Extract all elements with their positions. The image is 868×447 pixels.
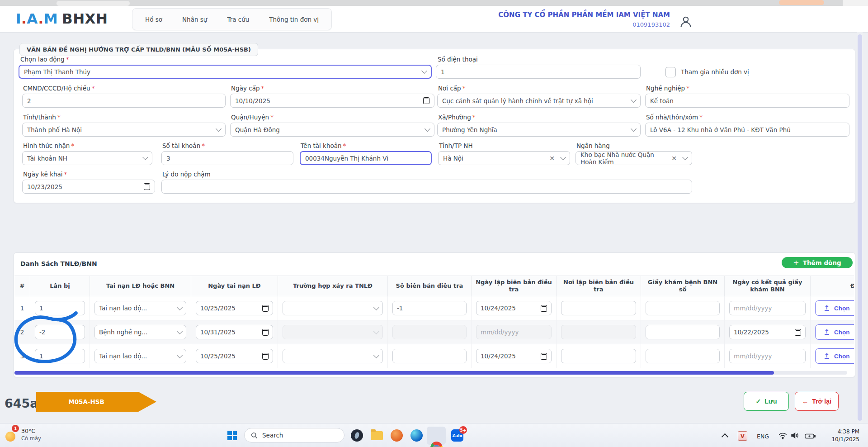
giay-kham-input[interactable] <box>650 352 715 360</box>
so-bien-ban-input[interactable] <box>397 304 462 312</box>
ngay-tai-nan-date[interactable]: 10/25/2025 <box>196 349 273 363</box>
lan-bi-input[interactable] <box>39 304 80 312</box>
ngay-ket-qua-date[interactable]: mm/dd/yyyy <box>729 349 806 363</box>
nav-thong-tin-don-vi[interactable]: Thông tin đơn vị <box>269 16 319 23</box>
so-bien-ban-input-wrap <box>392 349 467 363</box>
battery-charging-icon[interactable] <box>805 433 816 439</box>
xa-phuong-select[interactable]: Phường Yên Nghĩa <box>437 123 641 137</box>
label-ngay-ke-khai: Ngày kê khai* <box>23 171 67 178</box>
tray-chevron-up-icon[interactable] <box>722 433 729 441</box>
back-button[interactable]: ←Trở lại <box>795 392 839 411</box>
wifi-icon[interactable] <box>778 433 787 439</box>
upload-icon <box>824 329 830 335</box>
main-nav: Hồ sơ Nhân sự Tra cứu Thông tin đơn vị <box>132 8 332 30</box>
ngay-ket-qua-date[interactable]: 10/22/2025 <box>729 325 806 339</box>
ngay-lap-date[interactable]: 10/24/2025 <box>476 349 552 363</box>
calendar-icon[interactable] <box>262 305 269 312</box>
nav-nhan-su[interactable]: Nhân sự <box>182 16 207 23</box>
col-header-so-bien-ban: Số biên bản điều tra <box>387 276 471 296</box>
calendar-icon[interactable] <box>541 305 547 312</box>
speaker-icon[interactable] <box>791 432 799 439</box>
taskbar-app-dark-icon[interactable] <box>351 429 363 442</box>
clear-icon[interactable]: ✕ <box>549 155 555 162</box>
add-row-button[interactable]: +Thêm dòng <box>782 257 853 268</box>
giay-kham-input[interactable] <box>650 304 715 312</box>
table-horizontal-scrollbar[interactable] <box>14 371 847 375</box>
scrollbar-thumb[interactable] <box>14 371 774 375</box>
lan-bi-input[interactable] <box>39 328 80 336</box>
calendar-icon[interactable] <box>541 353 547 360</box>
tinh-tp-nh-select[interactable]: Hà Nội✕ <box>438 151 570 165</box>
app-logo[interactable]: I.A.MBHXH <box>16 12 108 26</box>
table-row: 3 Tai nạn lao độ... 10/25/2025 10/24/202… <box>14 344 854 368</box>
label-ngan-hang: Ngân hàng <box>576 142 610 149</box>
vietnamese-ime-icon[interactable]: V <box>738 431 747 441</box>
nav-ho-so[interactable]: Hồ sơ <box>145 16 162 23</box>
ngay-lap-date[interactable]: 10/24/2025 <box>476 301 552 315</box>
loai-select[interactable]: Tai nạn lao độ... <box>94 301 186 315</box>
loai-select[interactable]: Tai nạn lao độ... <box>94 349 186 363</box>
so-tai-khoan-input[interactable] <box>166 155 288 162</box>
page-scrollbar-thumb[interactable] <box>858 34 862 421</box>
multi-unit-checkbox[interactable] <box>665 67 676 77</box>
noi-cap-select[interactable]: Cục cảnh sát quản lý hành chính về trật … <box>437 94 641 108</box>
chevron-down-icon <box>425 126 430 132</box>
calendar-icon[interactable] <box>262 329 269 336</box>
upload-file-button[interactable]: Chọn <box>815 324 854 340</box>
upload-file-button[interactable]: Chọn <box>815 348 854 364</box>
clock[interactable]: 4:38 PM 10/1/2025 <box>823 428 859 444</box>
taskbar-app-orange-icon[interactable] <box>391 429 403 442</box>
label-so-tai-khoan: Số tài khoản* <box>162 142 205 149</box>
company-block: CÔNG TY CỔ PHẦN PHẦN MỀM IAM VIỆT NAM 01… <box>407 10 670 29</box>
hinh-thuc-nhan-select[interactable]: Tài khoản NH <box>22 151 152 165</box>
lan-bi-input-wrap <box>35 349 85 363</box>
ngay-tai-nan-date[interactable]: 10/31/2025 <box>196 325 273 339</box>
noi-lap-input[interactable] <box>566 304 632 312</box>
tinh-thanh-select[interactable]: Thành phố Hà Nội <box>22 123 226 137</box>
employee-select[interactable]: Phạm Thị Thanh Thủy <box>19 65 432 79</box>
upload-file-button[interactable]: Chọn <box>815 300 854 316</box>
user-account-icon[interactable] <box>679 15 693 30</box>
ly-do-nop-cham-input-wrap <box>161 180 692 194</box>
taskbar-search[interactable]: Search <box>244 428 344 442</box>
browser-tab-remnant <box>57 1 130 6</box>
so-nha-input[interactable] <box>650 126 844 133</box>
language-indicator[interactable]: ENG <box>757 433 769 440</box>
list-title: Danh Sách TNLĐ/BNN <box>20 260 97 267</box>
edge-browser-icon[interactable] <box>410 429 423 442</box>
ten-tai-khoan-input[interactable] <box>305 155 426 162</box>
ngan-hang-select[interactable]: Kho bạc Nhà nước Quận Hoàn Kiếm✕ <box>576 151 692 165</box>
quan-huyen-select[interactable]: Quận Hà Đông <box>230 123 434 137</box>
nav-tra-cuu[interactable]: Tra cứu <box>227 16 249 23</box>
nghe-nghiep-input[interactable] <box>650 97 844 105</box>
weather-description[interactable]: Có mây <box>21 435 41 442</box>
label-noi-cap: Nơi cấp* <box>438 85 465 92</box>
ngay-cap-date-input[interactable]: 10/10/2025 <box>230 94 434 108</box>
ly-do-nop-cham-input[interactable] <box>166 183 687 190</box>
truong-hop-select[interactable] <box>283 349 383 363</box>
calendar-icon[interactable] <box>262 353 269 360</box>
calendar-icon[interactable] <box>795 329 801 336</box>
clear-icon[interactable]: ✕ <box>671 155 677 162</box>
noi-lap-input[interactable] <box>566 352 632 360</box>
ngay-ke-khai-date-input[interactable]: 10/23/2025 <box>22 180 155 194</box>
cmnd-input[interactable] <box>27 97 221 105</box>
so-bien-ban-input[interactable] <box>397 352 462 360</box>
phone-input[interactable] <box>441 68 636 76</box>
ngay-tai-nan-date[interactable]: 10/25/2025 <box>196 301 273 315</box>
save-button[interactable]: ✓Lưu <box>744 392 789 411</box>
plus-icon: + <box>793 259 799 266</box>
loai-select[interactable]: Bệnh nghề ng... <box>94 325 186 339</box>
truong-hop-select[interactable] <box>283 301 383 315</box>
calendar-icon[interactable] <box>423 97 429 104</box>
file-explorer-icon[interactable] <box>371 431 383 440</box>
weather-temperature[interactable]: 30°C <box>21 428 35 434</box>
ngay-ket-qua-date[interactable]: mm/dd/yyyy <box>729 301 806 315</box>
calendar-icon[interactable] <box>144 183 150 190</box>
windows-start-button[interactable] <box>227 431 237 440</box>
lan-bi-input[interactable] <box>39 352 80 360</box>
col-header-ngay-lap: Ngày lập biên bản điều tra <box>471 276 556 296</box>
giay-kham-input[interactable] <box>650 328 715 336</box>
so-bien-ban-input-disabled <box>392 325 467 339</box>
weather-icon[interactable] <box>5 432 15 442</box>
